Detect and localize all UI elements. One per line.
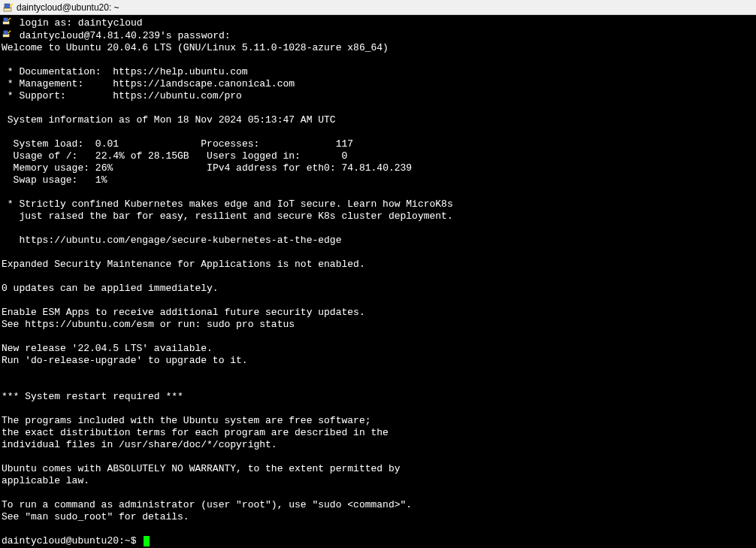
svg-rect-7 (4, 31, 8, 35)
window-titlebar: daintycloud@ubuntu20: ~ (0, 0, 756, 15)
cursor[interactable] (144, 536, 150, 546)
warranty-line2: applicable law. (2, 475, 89, 486)
svg-line-8 (8, 31, 11, 33)
k8s-line1: * Strictly confined Kubernetes makes edg… (2, 198, 453, 210)
svg-rect-4 (4, 18, 8, 22)
svg-rect-1 (5, 4, 10, 8)
usage-value: 22.4% of 28.15GB (95, 150, 189, 162)
sys-load-label: System load: (14, 138, 84, 150)
mem-value: 26% (95, 162, 113, 174)
processes-value: 117 (336, 138, 353, 150)
window-title: daintycloud@ubuntu20: ~ (17, 2, 119, 13)
mem-label: Memory usage: (14, 162, 89, 174)
support-line: * Support: https://ubuntu.com/pro (2, 90, 242, 101)
svg-line-5 (8, 18, 11, 20)
programs-line2: the exact distribution terms for each pr… (2, 427, 389, 438)
sys-load-value: 0.01 (95, 138, 119, 150)
programs-line3: individual files in /usr/share/doc/*/cop… (2, 439, 277, 450)
updates-line: 0 updates can be applied immediately. (2, 283, 219, 294)
login-as-label: login as: (20, 17, 72, 29)
terminal-area[interactable]: login as: daintycloud daintycloud@74.81.… (0, 15, 756, 548)
swap-label: Swap usage: (14, 174, 78, 186)
k8s-url: https://ubuntu.com/engage/secure-kuberne… (2, 235, 341, 246)
sudo-line1: To run a command as administrator (user … (2, 499, 412, 510)
shell-prompt: daintycloud@ubuntu20:~$ (2, 535, 136, 546)
new-release-line1: New release '22.04.5 LTS' available. (2, 343, 213, 354)
processes-label: Processes: (201, 138, 259, 150)
esm-enable-line1: Enable ESM Apps to receive additional fu… (2, 307, 365, 318)
restart-line: *** System restart required *** (2, 391, 183, 402)
putty-icon (3, 2, 14, 13)
warranty-line1: Ubuntu comes with ABSOLUTELY NO WARRANTY… (2, 463, 401, 474)
k8s-line2: just raised the bar for easy, resilient … (2, 210, 453, 222)
new-release-line2: Run 'do-release-upgrade' to upgrade to i… (2, 355, 248, 366)
ipv4-value: 74.81.40.239 (342, 162, 413, 174)
users-label: Users logged in: (207, 150, 301, 162)
esm-not-enabled: Expanded Security Maintenance for Applic… (2, 259, 365, 270)
doc-line: * Documentation: https://help.ubuntu.com (2, 66, 248, 77)
login-user: daintycloud (78, 17, 143, 29)
sysinfo-header: System information as of Mon 18 Nov 2024… (2, 114, 336, 126)
welcome-line: Welcome to Ubuntu 20.04.6 LTS (GNU/Linux… (2, 42, 389, 53)
sudo-line2: See "man sudo_root" for details. (2, 511, 189, 522)
putty-line-icon (2, 17, 12, 29)
svg-line-2 (10, 4, 13, 7)
esm-enable-line2: See https://ubuntu.com/esm or run: sudo … (2, 319, 295, 330)
putty-line-icon (2, 29, 12, 42)
users-value: 0 (342, 150, 348, 162)
swap-value: 1% (95, 174, 107, 186)
usage-label: Usage of /: (14, 150, 78, 162)
ipv4-label: IPv4 address for eth0: (207, 162, 336, 174)
password-prompt: daintycloud@74.81.40.239's password: (20, 30, 231, 41)
mgmt-line: * Management: https://landscape.canonica… (2, 78, 295, 89)
programs-line1: The programs included with the Ubuntu sy… (2, 415, 370, 426)
